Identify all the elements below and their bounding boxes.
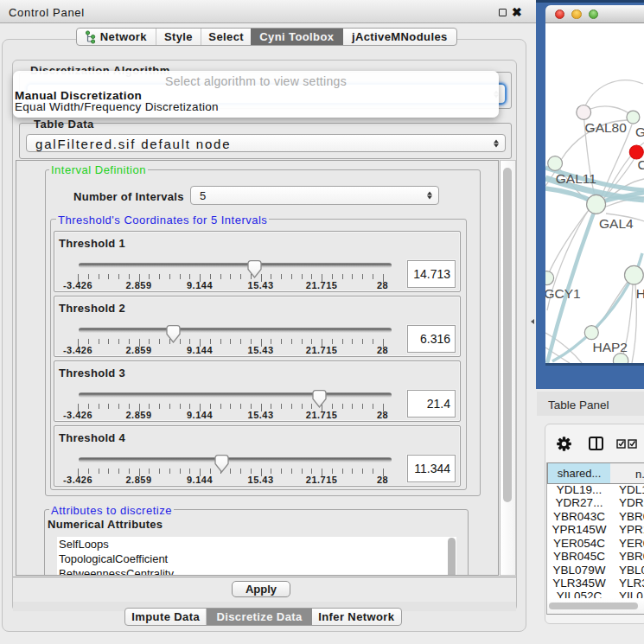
svg-text:GAL4: GAL4 <box>599 216 634 231</box>
svg-text:GCY1: GCY1 <box>545 286 581 301</box>
svg-text:GAL80: GAL80 <box>585 120 628 135</box>
svg-text:H: H <box>636 286 644 301</box>
svg-text:HAP2: HAP2 <box>593 340 628 354</box>
svg-text:C: C <box>638 157 644 172</box>
svg-text:GAL11: GAL11 <box>556 171 596 186</box>
svg-text:GA: GA <box>635 124 644 139</box>
